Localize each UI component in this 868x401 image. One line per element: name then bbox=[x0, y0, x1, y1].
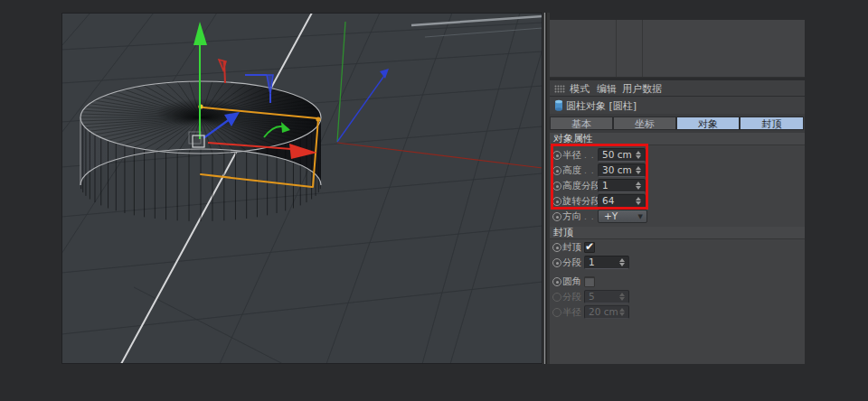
column-divider bbox=[616, 20, 617, 77]
spinner-icon bbox=[619, 292, 626, 302]
attr-label: 圆角 bbox=[562, 275, 581, 288]
spinner-icon bbox=[619, 307, 626, 317]
radio-icon bbox=[552, 293, 561, 302]
spinner-icon[interactable] bbox=[636, 150, 642, 160]
column-divider bbox=[642, 20, 643, 77]
attribute-manager: 模式 编辑 用户数据 圆柱对象 [圆柱] 基本 坐标 对象 封顶 对象属性 bbox=[550, 20, 805, 364]
rotation-banner-x-tail bbox=[224, 61, 225, 83]
fillet-radius-field: 20 cm bbox=[584, 305, 629, 319]
attr-label: 分段 bbox=[562, 256, 581, 269]
attr-row-height-segments: 高度分段 1 bbox=[550, 179, 805, 192]
panel-splitter[interactable] bbox=[542, 13, 550, 364]
height-field[interactable]: 30 cm bbox=[598, 163, 646, 177]
radio-icon[interactable] bbox=[552, 197, 561, 206]
viewport-background bbox=[61, 13, 542, 364]
spinner-icon[interactable] bbox=[636, 165, 642, 175]
radio-icon[interactable] bbox=[552, 243, 561, 252]
caps-checkbox[interactable]: ✔ bbox=[584, 242, 595, 253]
check-icon: ✔ bbox=[585, 240, 594, 253]
attr-label: 高度分段 bbox=[562, 180, 600, 192]
radius-field[interactable]: 50 cm bbox=[598, 148, 646, 162]
radio-icon[interactable] bbox=[552, 212, 561, 221]
tab-object[interactable]: 对象 bbox=[676, 117, 740, 130]
attribute-menubar: 模式 编辑 用户数据 bbox=[550, 80, 805, 97]
gizmo-center-cube[interactable] bbox=[193, 135, 204, 147]
menu-userdata[interactable]: 用户数据 bbox=[622, 82, 662, 96]
tab-basic[interactable]: 基本 bbox=[550, 117, 613, 130]
grip-dots-icon[interactable] bbox=[554, 84, 565, 96]
attr-label: 分段 bbox=[562, 291, 581, 303]
object-manager-empty[interactable] bbox=[550, 20, 805, 78]
attr-row-fillet: 圆角 bbox=[550, 275, 805, 288]
attr-label: 封顶 bbox=[562, 241, 581, 254]
object-header[interactable]: 圆柱对象 [圆柱] bbox=[550, 97, 805, 114]
handle-dot-edge[interactable] bbox=[316, 117, 320, 121]
tab-caps[interactable]: 封顶 bbox=[740, 117, 804, 130]
attr-label: 高度. . . bbox=[562, 164, 601, 177]
orientation-dropdown[interactable]: +Y ▼ bbox=[598, 210, 647, 223]
radio-icon[interactable] bbox=[552, 166, 561, 175]
object-title: 圆柱对象 [圆柱] bbox=[566, 99, 637, 113]
fillet-checkbox[interactable] bbox=[584, 276, 595, 287]
spinner-icon[interactable] bbox=[636, 196, 642, 206]
menu-edit[interactable]: 编辑 bbox=[597, 82, 617, 96]
rotation-segments-field[interactable]: 64 bbox=[598, 194, 646, 208]
radio-icon bbox=[552, 308, 561, 317]
radio-icon[interactable] bbox=[552, 182, 561, 191]
attr-row-cap-segments: 分段 1 bbox=[550, 256, 805, 269]
attr-row-fillet-segments: 分段 5 bbox=[550, 290, 805, 303]
attr-label: 方向. . . bbox=[562, 210, 601, 223]
attr-row-fillet-radius: 半径 20 cm bbox=[550, 305, 805, 319]
splitter-shadow bbox=[546, 13, 547, 364]
height-segments-field[interactable]: 1 bbox=[598, 179, 646, 192]
fillet-segments-field: 5 bbox=[584, 290, 629, 303]
cap-segments-field[interactable]: 1 bbox=[584, 256, 629, 269]
cylinder-icon bbox=[554, 99, 563, 114]
section-header-object-properties[interactable]: 对象属性 bbox=[550, 133, 805, 145]
tab-coordinates[interactable]: 坐标 bbox=[613, 117, 676, 130]
spinner-icon[interactable] bbox=[619, 257, 626, 267]
section-header-caps[interactable]: 封顶 bbox=[550, 227, 805, 239]
attr-row-caps: 封顶 ✔ bbox=[550, 240, 805, 254]
viewport-scene bbox=[61, 13, 542, 364]
radio-icon[interactable] bbox=[552, 258, 561, 267]
attr-label: 旋转分段 bbox=[562, 195, 600, 208]
splitter-highlight bbox=[544, 13, 545, 364]
attr-row-orientation: 方向. . . +Y ▼ bbox=[550, 210, 805, 223]
dropdown-arrow-icon: ▼ bbox=[638, 211, 643, 222]
attr-row-radius: 半径. . . 50 cm bbox=[550, 148, 805, 162]
radio-icon[interactable] bbox=[552, 151, 561, 160]
radio-icon[interactable] bbox=[552, 277, 561, 286]
spinner-icon[interactable] bbox=[636, 181, 642, 191]
app-window: 模式 编辑 用户数据 圆柱对象 [圆柱] 基本 坐标 对象 封顶 对象属性 bbox=[0, 0, 868, 401]
attr-label: 半径. . . bbox=[562, 149, 601, 162]
tab-bar: 基本 坐标 对象 封顶 bbox=[550, 114, 805, 133]
menu-mode[interactable]: 模式 bbox=[570, 82, 590, 96]
attr-label: 半径 bbox=[562, 306, 581, 319]
viewport-3d[interactable] bbox=[61, 13, 542, 364]
attr-row-rotation-segments: 旋转分段 64 bbox=[550, 194, 805, 208]
attr-row-height: 高度. . . 30 cm bbox=[550, 163, 805, 177]
